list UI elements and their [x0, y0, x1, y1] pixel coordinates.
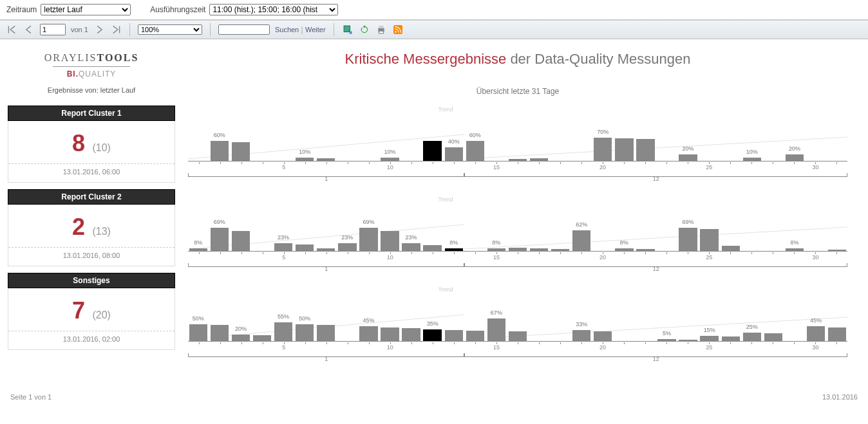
bar-value-label: 8% — [194, 239, 202, 246]
chart: Trend50%20%55%50%45%35%67%33%5%15%25%45%… — [188, 295, 847, 360]
cluster-card: Sonstiges 7 (20) 13.01.2016, 02:00 — [8, 273, 175, 350]
bar — [317, 248, 335, 251]
bar: 50% — [189, 324, 207, 341]
bar-value-label: 5% — [663, 330, 671, 336]
bar-value-label: 62% — [576, 221, 587, 228]
x-tick-label: 30 — [805, 164, 826, 171]
bar-value-label: 50% — [193, 315, 204, 322]
bar-slot — [529, 158, 549, 161]
bar-value-label: 20% — [683, 145, 694, 152]
zeitraum-select[interactable]: letzter Lauf — [41, 4, 131, 15]
bar-slot — [316, 158, 336, 161]
refresh-icon[interactable] — [359, 24, 370, 35]
last-page-icon[interactable] — [110, 24, 122, 35]
cluster-card: Report Cluster 2 2 (13) 13.01.2016, 08:0… — [8, 189, 175, 266]
bar-value-label: 69% — [683, 219, 694, 225]
footer-page: Seite 1 von 1 — [10, 393, 52, 401]
bar-value-label: 67% — [491, 309, 502, 316]
bar: 35% — [423, 329, 441, 341]
bar-slot — [636, 249, 656, 251]
bar-value-label: 40% — [448, 138, 460, 145]
search-input[interactable] — [218, 24, 270, 35]
x-tick-label: 25 — [699, 344, 720, 351]
bar: 60% — [211, 141, 229, 161]
report-body: ORAYLISTOOLS BI.QUALITY Ergebnisse von: … — [0, 39, 868, 389]
cluster-title: Report Cluster 1 — [8, 106, 175, 121]
bar: 45% — [807, 326, 825, 341]
page-of-label: von 1 — [71, 26, 88, 33]
bar: 23% — [402, 243, 420, 251]
bar — [722, 246, 740, 251]
bar-slot: 10% — [380, 158, 401, 161]
bar-slot: 23% — [273, 243, 294, 251]
page-number-input[interactable] — [40, 24, 66, 35]
bar: 60% — [466, 141, 484, 161]
search-next-button[interactable]: Weiter — [305, 26, 326, 33]
next-page-icon[interactable] — [93, 24, 105, 35]
bar — [509, 159, 527, 161]
zoom-select[interactable]: 100% — [138, 24, 202, 35]
x-tick-label: 15 — [486, 254, 507, 261]
bar-slot — [763, 333, 784, 341]
bar: 10% — [743, 158, 761, 161]
bar — [679, 340, 697, 341]
chart-bars: 50%20%55%50%45%35%67%33%5%15%25%45% — [188, 308, 847, 342]
bar-value-label: 45% — [363, 317, 374, 324]
bar — [466, 331, 484, 341]
bar-slot: 60% — [209, 141, 230, 161]
bar-slot — [636, 139, 656, 161]
feed-icon[interactable] — [392, 24, 404, 35]
page-title: Kritische Messergebnisse der Data-Qualit… — [188, 51, 847, 68]
month-label: 12 — [653, 176, 659, 182]
bar-slot — [231, 231, 251, 251]
bar-slot: 67% — [486, 318, 507, 341]
bar-slot: 40% — [444, 147, 464, 161]
ausfuehrung-select[interactable]: 11:00 (hist.); 15:00; 16:00 (hist — [209, 4, 338, 15]
bar-slot: 69% — [359, 228, 379, 251]
bar — [211, 325, 229, 341]
footer-date: 13.01.2016 — [822, 393, 858, 401]
bar-slot: 50% — [294, 324, 315, 341]
prev-page-icon[interactable] — [23, 24, 35, 35]
export-icon[interactable] — [342, 24, 354, 35]
chart-bars: 8%69%23%23%69%23%8%8%62%8%69%8% — [188, 218, 847, 252]
bar-slot: 23% — [337, 243, 358, 251]
bar — [509, 248, 527, 251]
bar-value-label: 20% — [789, 145, 800, 152]
x-ticks: 5 10 15 20 25 30 — [188, 254, 847, 261]
ausfuehrung-filter: Ausführungszeit 11:00 (hist.); 15:00; 16… — [150, 4, 338, 15]
bar-value-label: 20% — [235, 326, 247, 332]
bar-slot: 69% — [678, 228, 699, 251]
chart-bars: 60%10%10%40%60%70%20%10%20% — [188, 128, 847, 161]
bar-value-label: 25% — [746, 324, 758, 330]
bar — [828, 250, 846, 251]
bar-slot: 35% — [422, 329, 443, 341]
print-icon[interactable] — [375, 24, 387, 35]
first-page-icon[interactable] — [6, 24, 18, 35]
x-tick-label: 15 — [486, 164, 507, 171]
page-footer: Seite 1 von 1 13.01.2016 — [0, 389, 868, 405]
bar-slot — [401, 328, 422, 341]
chart: Trend60%10%10%40%60%70%20%10%20% 5 10 15… — [188, 115, 847, 180]
bar-slot: 50% — [188, 324, 209, 341]
bar: 8% — [189, 248, 207, 251]
bar-slot — [529, 248, 549, 251]
bar-slot: 69% — [209, 228, 230, 251]
x-ticks: 5 10 15 20 25 30 — [188, 164, 847, 171]
bar: 20% — [232, 335, 250, 341]
bar-slot: 55% — [273, 322, 294, 341]
bar-slot — [507, 248, 528, 251]
trend-label: Trend — [438, 106, 453, 113]
bar-slot — [422, 141, 443, 161]
x-tick-label: 20 — [592, 344, 614, 351]
bar: 62% — [572, 230, 590, 251]
trend-label: Trend — [438, 196, 453, 203]
bar: 33% — [572, 330, 590, 341]
cluster-date: 13.01.2016, 08:00 — [8, 247, 175, 259]
bar-slot — [316, 325, 336, 341]
search-button[interactable]: Suchen — [275, 26, 299, 33]
bar-slot — [678, 340, 699, 341]
cluster-body: 7 (20) 13.01.2016, 02:00 — [8, 288, 175, 350]
x-tick-label: 15 — [486, 344, 507, 351]
right-column: Kritische Messergebnisse der Data-Qualit… — [188, 48, 860, 385]
